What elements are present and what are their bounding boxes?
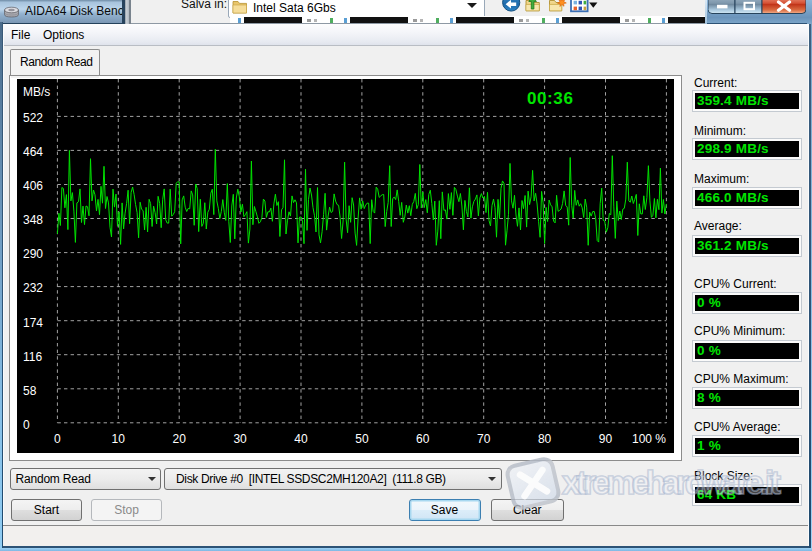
svg-text:116: 116 (23, 350, 42, 364)
svg-text:0: 0 (23, 418, 30, 432)
svg-text:522: 522 (23, 111, 43, 125)
svg-text:10: 10 (112, 432, 126, 446)
svg-text:58: 58 (23, 384, 37, 398)
svg-text:xtremehardware.it: xtremehardware.it (562, 464, 781, 501)
svg-text:30: 30 (233, 432, 247, 446)
svg-text:0: 0 (54, 432, 61, 446)
svg-text:90: 90 (599, 432, 613, 446)
svg-text:464: 464 (23, 145, 43, 159)
svg-text:290: 290 (23, 247, 43, 261)
svg-text:348: 348 (23, 213, 43, 227)
svg-text:00:36: 00:36 (527, 89, 573, 108)
svg-text:174: 174 (23, 316, 43, 330)
svg-text:20: 20 (173, 432, 187, 446)
svg-text:MB/s: MB/s (23, 85, 50, 99)
svg-text:100 %: 100 % (632, 432, 666, 446)
svg-text:80: 80 (538, 432, 552, 446)
svg-text:70: 70 (477, 432, 491, 446)
svg-text:50: 50 (355, 432, 369, 446)
svg-text:406: 406 (23, 179, 43, 193)
svg-text:60: 60 (416, 432, 430, 446)
svg-text:232: 232 (23, 281, 43, 295)
svg-text:40: 40 (294, 432, 308, 446)
